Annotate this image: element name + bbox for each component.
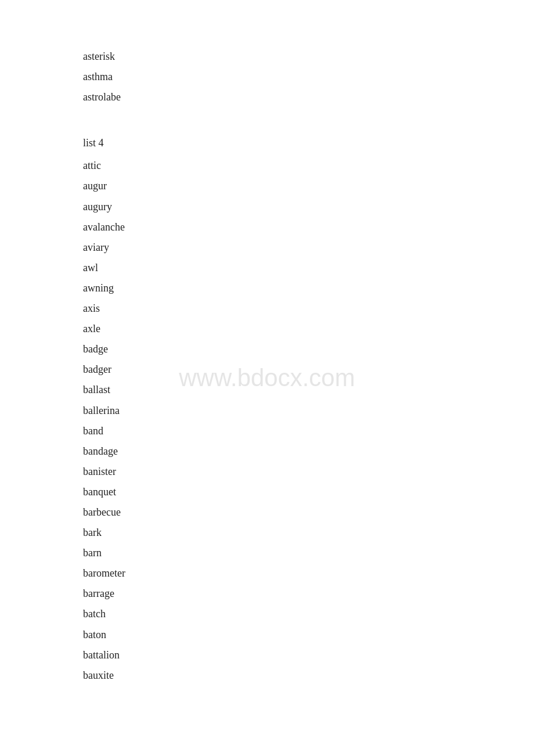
word-item-badger: badger — [83, 359, 534, 380]
word-item-barometer: barometer — [83, 563, 534, 584]
word-item-ballast: ballast — [83, 380, 534, 400]
word-item-badge: badge — [83, 339, 534, 359]
word-item-batch: batch — [83, 604, 534, 624]
word-list: asteriskasthmaastrolabelist 4atticaugura… — [0, 0, 534, 732]
word-item-bark: bark — [83, 523, 534, 543]
word-item-banister: banister — [83, 462, 534, 482]
word-item-banquet: banquet — [83, 482, 534, 502]
word-item-aviary: aviary — [83, 237, 534, 258]
word-item-augury: augury — [83, 197, 534, 217]
word-item-barn: barn — [83, 543, 534, 563]
word-item-ballerina: ballerina — [83, 401, 534, 421]
word-item-axle: axle — [83, 319, 534, 339]
word-item-avalanche: avalanche — [83, 217, 534, 237]
spacer — [83, 107, 534, 119]
word-item-awl: awl — [83, 258, 534, 278]
word-item-bauxite: bauxite — [83, 665, 534, 686]
word-item-asterisk: asterisk — [83, 46, 534, 67]
word-item-axis: axis — [83, 298, 534, 319]
word-item-baton: baton — [83, 625, 534, 645]
word-item-barrage: barrage — [83, 584, 534, 604]
word-item-attic: attic — [83, 156, 534, 176]
word-item-band: band — [83, 421, 534, 441]
word-item-battalion: battalion — [83, 645, 534, 665]
word-item-augur: augur — [83, 176, 534, 196]
list-section-header: list 4 — [83, 133, 534, 153]
word-item-astrolabe: astrolabe — [83, 87, 534, 107]
word-item-barbecue: barbecue — [83, 502, 534, 523]
word-item-asthma: asthma — [83, 67, 534, 87]
word-item-bandage: bandage — [83, 441, 534, 462]
word-item-awning: awning — [83, 278, 534, 298]
